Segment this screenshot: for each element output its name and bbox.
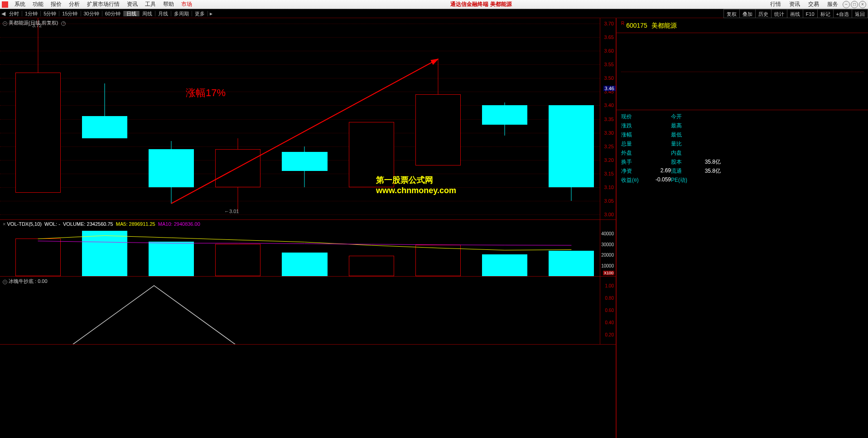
timeframe-1分钟[interactable]: 1分钟 <box>22 11 41 16</box>
menu-系统[interactable]: 系统 <box>11 1 29 7</box>
timeframe-15分钟[interactable]: 15分钟 <box>59 11 81 16</box>
indicator-label: ×冰魄牛抄底 : 0.00 <box>3 278 48 285</box>
timeframe-更多[interactable]: 更多 <box>192 11 208 16</box>
menu-功能[interactable]: 功能 <box>29 1 47 7</box>
app-logo <box>2 1 8 8</box>
chart-tool-画线[interactable]: 画线 <box>787 9 803 18</box>
title-bar: 系统功能报价分析扩展市场行情资讯工具帮助 市场 通达信金融终端 美都能源 行情资… <box>0 0 868 9</box>
volume-chart[interactable]: × VOL-TDX(5,10) WOL: - VOLUME: 2342560.7… <box>0 220 616 277</box>
candle-0 <box>15 18 61 220</box>
pct-annotation: 涨幅17% <box>186 86 226 100</box>
chart-tool-+自选[interactable]: +自选 <box>833 9 852 18</box>
vol-bar-2 <box>149 242 194 276</box>
watermark-2: www.chnmoney.com <box>376 186 456 195</box>
timeframe-分时[interactable]: 分时 <box>6 11 22 16</box>
candle-8 <box>549 18 594 220</box>
tool-服务[interactable]: 服务 <box>824 0 842 8</box>
maximize-icon[interactable]: □ <box>851 1 858 8</box>
minimize-icon[interactable]: − <box>843 1 850 8</box>
sidebar: R 600175 美都能源 现价 今开 涨跌 最高 涨幅 最低 总量 量比 外盘… <box>616 18 868 438</box>
app-title: 通达信金融终端 美都能源 <box>196 0 767 8</box>
market-menu[interactable]: 市场 <box>178 0 196 8</box>
chart-tool-F10[interactable]: F10 <box>803 9 817 18</box>
vol-bar-8 <box>549 251 594 276</box>
menu-分析[interactable]: 分析 <box>65 1 83 7</box>
chart-tool-叠加[interactable]: 叠加 <box>739 9 755 18</box>
timeframe-5分钟[interactable]: 5分钟 <box>41 11 59 16</box>
chart-tool-统计[interactable]: 统计 <box>771 9 787 18</box>
prev-arrow-icon[interactable]: ◀ <box>0 10 6 17</box>
menu-工具[interactable]: 工具 <box>141 1 159 7</box>
vol-bar-1 <box>82 231 127 276</box>
vol-bar-5 <box>349 256 394 276</box>
timeframe-60分钟[interactable]: 60分钟 <box>102 11 124 16</box>
chart-tool-返回[interactable]: 返回 <box>852 9 868 18</box>
tool-资讯[interactable]: 资讯 <box>786 0 804 8</box>
candle-2 <box>149 18 194 220</box>
timeframe-周线[interactable]: 周线 <box>140 11 155 16</box>
indicator-chart[interactable]: ×冰魄牛抄底 : 0.00 1.000.800.600.400.20 <box>0 277 616 345</box>
close-icon[interactable]: × <box>859 1 866 8</box>
vol-bar-0 <box>15 238 61 276</box>
more-arrow-icon[interactable]: ▸ <box>208 10 214 17</box>
chart-title-label: ×美都能源(日线 前复权) ? <box>3 19 67 26</box>
candle-7 <box>482 18 527 220</box>
candlestick-chart[interactable]: ×美都能源(日线 前复权) ? ←3.72 ←3.01 涨幅17% <box>0 18 616 220</box>
stock-info-panel: 现价 今开 涨跌 最高 涨幅 最低 总量 量比 外盘 内盘 换手 股本35.8亿… <box>617 110 868 187</box>
tool-交易[interactable]: 交易 <box>805 0 823 8</box>
menu-扩展市场行情[interactable]: 扩展市场行情 <box>83 1 123 7</box>
stock-header: R 600175 美都能源 <box>617 18 868 33</box>
watermark-1: 第一股票公式网 <box>376 175 433 185</box>
indicator-line <box>0 277 600 345</box>
menu-报价[interactable]: 报价 <box>47 1 65 7</box>
vol-bar-6 <box>415 245 461 276</box>
menu-资讯[interactable]: 资讯 <box>123 1 141 7</box>
chart-tool-历史[interactable]: 历史 <box>755 9 771 18</box>
vol-bar-3 <box>215 244 260 276</box>
tool-行情[interactable]: 行情 <box>767 0 785 8</box>
timeframe-多周期[interactable]: 多周期 <box>171 11 192 16</box>
tick-chart[interactable] <box>617 33 868 110</box>
timeframe-30分钟[interactable]: 30分钟 <box>81 11 102 16</box>
timeframe-日线[interactable]: 日线 <box>124 11 140 16</box>
volume-label: × VOL-TDX(5,10) WOL: - VOLUME: 2342560.7… <box>3 221 200 227</box>
timeframe-toolbar: ◀ 分时1分钟5分钟15分钟30分钟60分钟日线周线月线多周期更多 ▸ 复权叠加… <box>0 9 868 18</box>
chart-tool-复权[interactable]: 复权 <box>723 9 739 18</box>
candle-3 <box>215 18 260 220</box>
timeframe-月线[interactable]: 月线 <box>155 11 171 16</box>
candle-1 <box>82 18 127 220</box>
vol-bar-7 <box>482 254 527 276</box>
menu-帮助[interactable]: 帮助 <box>159 1 178 7</box>
chart-tool-标记[interactable]: 标记 <box>817 9 833 18</box>
low-price-label: ←3.01 <box>224 209 239 214</box>
candle-4 <box>282 18 327 220</box>
vol-bar-4 <box>282 253 327 276</box>
